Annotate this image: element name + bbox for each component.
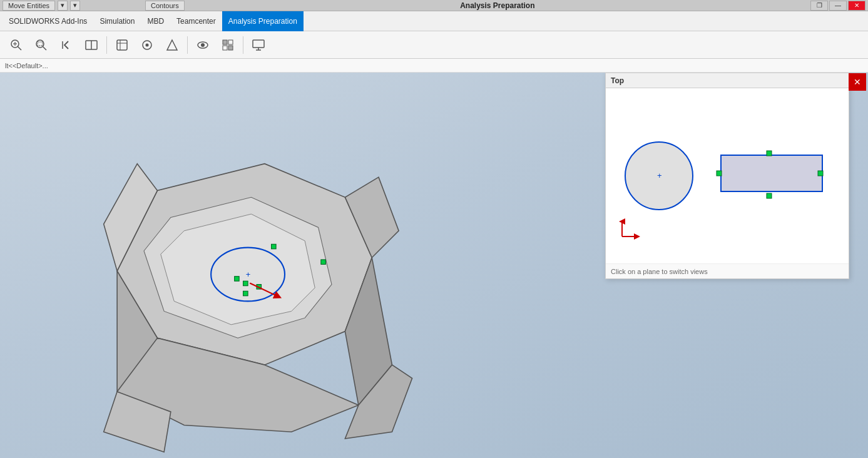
monitor-btn[interactable]	[247, 34, 270, 56]
svg-point-12	[146, 43, 149, 46]
svg-rect-19	[228, 46, 233, 50]
svg-marker-13	[167, 40, 177, 50]
mini-view-title: Top	[606, 73, 849, 88]
menu-simulation[interactable]: Simulation	[93, 11, 141, 31]
svg-rect-44	[721, 155, 822, 191]
3d-model: +	[50, 110, 426, 458]
minimize-btn[interactable]: —	[829, 1, 847, 11]
tool-dropdown[interactable]: ▾	[58, 1, 68, 11]
menu-bar: SOLIDWORKS Add-Ins Simulation MBD Teamce…	[0, 11, 868, 31]
svg-rect-45	[767, 151, 772, 156]
mini-rect-container	[712, 144, 837, 208]
section-view-btn[interactable]	[80, 34, 103, 56]
svg-point-15	[201, 43, 205, 47]
tool-extra[interactable]: ▾	[70, 1, 80, 11]
title-bar-left: Move Entities ▾ ▾ Contours	[3, 1, 185, 11]
window-controls: ❐ — ✕	[810, 1, 865, 11]
view-options-btn[interactable]	[136, 34, 158, 56]
menu-solidworks-addins[interactable]: SOLIDWORKS Add-Ins	[3, 11, 93, 31]
close-btn[interactable]: ✕	[848, 1, 865, 11]
svg-rect-46	[717, 171, 722, 176]
toolbar	[0, 31, 868, 59]
mini-rect-svg	[712, 144, 837, 206]
toolbar-sep-1	[106, 36, 107, 54]
svg-line-5	[43, 46, 46, 50]
breadcrumb-text: lt<<Default>...	[5, 62, 48, 69]
menu-mbd[interactable]: MBD	[141, 11, 170, 31]
svg-rect-48	[767, 193, 772, 198]
svg-text:+: +	[246, 270, 251, 279]
mini-circle-svg: +	[618, 135, 700, 216]
svg-rect-35	[272, 244, 277, 249]
svg-rect-10	[117, 40, 127, 50]
svg-text:+: +	[657, 171, 662, 180]
svg-rect-6	[38, 42, 43, 46]
hide-show-btn[interactable]	[191, 34, 214, 56]
svg-rect-47	[818, 171, 823, 176]
title-bar: Move Entities ▾ ▾ Contours Analysis Prep…	[0, 0, 868, 11]
axes-indicator	[617, 216, 642, 242]
svg-rect-16	[223, 40, 227, 44]
mini-view-panel: Top +	[605, 73, 849, 279]
mini-circle-container: +	[618, 135, 700, 216]
menu-teamcenter[interactable]: Teamcenter	[170, 11, 222, 31]
move-entities-tool[interactable]: Move Entities	[3, 1, 55, 11]
svg-rect-38	[235, 277, 240, 282]
mini-view-footer: Click on a plane to switch views	[606, 263, 849, 278]
toolbar-sep-3	[243, 36, 243, 54]
mini-view-close-btn[interactable]: ✕	[849, 73, 866, 91]
svg-rect-36	[321, 260, 326, 265]
appearance-btn[interactable]	[161, 34, 183, 56]
main-area: + Top	[0, 73, 868, 458]
svg-rect-20	[253, 40, 264, 48]
app-title: Analysis Preparation	[185, 1, 810, 10]
prev-view-btn[interactable]	[55, 34, 78, 56]
svg-line-1	[18, 46, 21, 50]
3d-viewport[interactable]: + Top	[0, 73, 868, 458]
menu-analysis-preparation[interactable]: Analysis Preparation	[222, 11, 304, 31]
toolbar-sep-2	[187, 36, 188, 54]
zoom-to-fit-btn[interactable]	[5, 34, 28, 56]
display-style-btn[interactable]	[217, 34, 239, 56]
dynamic-view-btn[interactable]	[111, 34, 133, 56]
svg-rect-17	[228, 40, 233, 44]
mini-view-content[interactable]: +	[606, 88, 849, 263]
restore-btn[interactable]: ❐	[810, 1, 828, 11]
zoom-area-btn[interactable]	[30, 34, 53, 56]
contours-tool[interactable]: Contours	[145, 1, 185, 11]
svg-rect-18	[223, 46, 227, 50]
svg-rect-39	[243, 291, 248, 296]
breadcrumb: lt<<Default>...	[0, 59, 868, 73]
svg-rect-37	[243, 281, 248, 286]
